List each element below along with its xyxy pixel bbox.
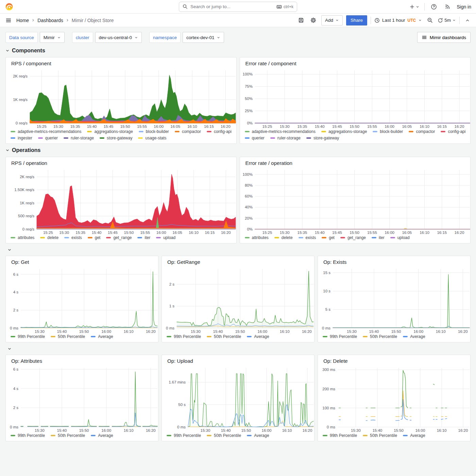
dashboard-settings-button[interactable] bbox=[309, 16, 318, 25]
panel-title-error-rate-component[interactable]: Error rate / component bbox=[240, 57, 471, 67]
panel-chart[interactable]: 2K req/s1.50K req/s1K req/s500 req/s0 re… bbox=[6, 167, 236, 234]
panel-chart[interactable]: 6 s4 s2 s0 ms15:3015:4015:5016:0016:1016… bbox=[6, 364, 158, 432]
refresh-picker[interactable]: 5m bbox=[438, 18, 456, 23]
panel-chart[interactable]: 15 s10 s5 s0 ms15:3015:4015:5016:0016:10… bbox=[318, 266, 470, 333]
legend-item[interactable]: usage-stats bbox=[138, 136, 166, 140]
legend-item[interactable]: aggregations-storage bbox=[87, 129, 133, 134]
legend-item[interactable]: compactor bbox=[175, 129, 201, 134]
legend-item[interactable]: ruler-storage bbox=[270, 136, 301, 140]
panel-title-op-exists[interactable]: Op: Exists bbox=[318, 256, 470, 266]
panel-title-error-rate-operation[interactable]: Error rate / operation bbox=[240, 157, 471, 167]
legend-item[interactable]: adaptive-metrics-recommendations bbox=[11, 129, 81, 134]
legend-item[interactable]: Average bbox=[403, 334, 425, 339]
legend-item[interactable]: delete bbox=[274, 235, 293, 240]
legend-item[interactable]: 50th Percentile bbox=[51, 334, 85, 339]
panel-chart[interactable]: 2 s1 s0 ms15:3015:4015:5016:0016:1016:20 bbox=[162, 266, 314, 333]
share-button[interactable]: Share bbox=[346, 15, 367, 26]
legend-item[interactable]: config-api bbox=[441, 129, 465, 134]
legend-item[interactable]: 99th Percentile bbox=[11, 433, 45, 438]
legend-item[interactable]: 99th Percentile bbox=[167, 433, 201, 438]
news-button[interactable] bbox=[443, 2, 452, 11]
legend-item[interactable]: get bbox=[322, 235, 335, 240]
panel-title-rps-operation[interactable]: RPS / operation bbox=[6, 157, 236, 167]
legend-item[interactable]: attributes bbox=[245, 235, 269, 240]
panel-chart[interactable]: 1.67 mins50 s0 ms15:3015:4015:5016:0016:… bbox=[162, 364, 314, 432]
legend-item[interactable]: Average bbox=[247, 433, 269, 438]
panel-chart[interactable]: 300 ms200 ms100 ms0 ms15:3015:4015:5016:… bbox=[318, 364, 470, 432]
search-input[interactable]: Search or jump to... ctrl+k bbox=[179, 2, 297, 12]
legend-item[interactable]: config-api bbox=[207, 129, 232, 134]
panel-chart[interactable]: 2K req/s1K req/s0 req/s15:2515:3015:3515… bbox=[6, 67, 236, 128]
legend-item[interactable]: 99th Percentile bbox=[167, 334, 201, 339]
legend-item[interactable]: store-gateway bbox=[100, 136, 132, 140]
help-button[interactable] bbox=[429, 2, 438, 11]
sign-in-link[interactable]: Sign in bbox=[457, 4, 471, 10]
legend-item[interactable]: Average bbox=[91, 433, 113, 438]
legend-item[interactable]: querier bbox=[245, 136, 265, 140]
legend-item[interactable]: 50th Percentile bbox=[363, 433, 397, 438]
legend-item[interactable]: upload bbox=[156, 235, 175, 240]
panel-chart[interactable]: 100%80%60%40%20%0%15:2515:3015:3515:4015… bbox=[240, 167, 471, 234]
variable-cluster-label[interactable]: cluster bbox=[72, 32, 93, 43]
variable-datasource-value[interactable]: Mimir bbox=[40, 32, 65, 43]
legend-item[interactable]: 50th Percentile bbox=[207, 433, 241, 438]
legend-item[interactable]: ingester bbox=[11, 136, 32, 140]
panel-title-rps-component[interactable]: RPS / component bbox=[6, 57, 236, 67]
legend-item[interactable]: get_range bbox=[106, 235, 132, 240]
legend-item[interactable]: attributes bbox=[11, 235, 34, 240]
legend-item[interactable]: adaptive-metrics-recommendations bbox=[245, 129, 316, 134]
legend-item[interactable]: 99th Percentile bbox=[11, 334, 45, 339]
zoom-out-button[interactable] bbox=[425, 16, 434, 25]
legend-item[interactable]: iter bbox=[137, 235, 150, 240]
legend-item[interactable]: block-builder bbox=[139, 129, 169, 134]
variable-datasource-label[interactable]: Data source bbox=[5, 32, 38, 43]
panel-title-op-attributes[interactable]: Op: Attributes bbox=[6, 355, 158, 364]
legend-item[interactable]: get bbox=[88, 235, 101, 240]
variable-cluster-value[interactable]: dev-us-central-0 bbox=[95, 32, 142, 43]
section-components[interactable]: Components bbox=[5, 48, 471, 54]
legend-item[interactable]: exists bbox=[299, 235, 316, 240]
breadcrumb-home[interactable]: Home bbox=[16, 18, 29, 23]
panel-title-op-upload[interactable]: Op: Upload bbox=[162, 355, 314, 364]
row-toggle-2[interactable] bbox=[5, 346, 471, 352]
panel-chart[interactable]: 6 s4 s2 s0 ms15:3015:4015:5016:0016:1016… bbox=[6, 266, 158, 333]
variable-namespace-value[interactable]: cortex-dev-01 bbox=[183, 32, 224, 43]
legend-item[interactable]: compactor bbox=[409, 129, 435, 134]
legend-item[interactable]: store-gateway bbox=[306, 136, 339, 140]
mega-menu-toggle[interactable] bbox=[4, 16, 13, 25]
legend-item[interactable]: ruler-storage bbox=[64, 136, 94, 140]
svg-text:4 s: 4 s bbox=[13, 290, 19, 294]
legend-item[interactable]: exists bbox=[64, 235, 82, 240]
legend-item[interactable]: 50th Percentile bbox=[51, 433, 85, 438]
save-dashboard-button[interactable] bbox=[297, 16, 306, 25]
legend-item[interactable]: 99th Percentile bbox=[323, 433, 357, 438]
panel-title-op-getrange[interactable]: Op: GetRange bbox=[162, 256, 314, 266]
collapse-toolbar-button[interactable] bbox=[463, 16, 472, 25]
legend-item[interactable]: block-builder bbox=[373, 129, 403, 134]
panel-title-op-get[interactable]: Op: Get bbox=[6, 256, 158, 266]
new-menu-button[interactable] bbox=[409, 4, 420, 10]
breadcrumb-dashboards[interactable]: Dashboards bbox=[37, 18, 63, 23]
time-range-picker[interactable]: Last 1 hour UTC bbox=[374, 18, 422, 23]
legend-item[interactable]: 99th Percentile bbox=[323, 334, 357, 339]
legend-item[interactable]: Average bbox=[403, 433, 425, 438]
section-operations[interactable]: Operations bbox=[5, 147, 471, 153]
row-toggle-1[interactable] bbox=[5, 247, 471, 253]
legend-item[interactable]: Average bbox=[247, 334, 269, 339]
legend-item[interactable]: get_range bbox=[340, 235, 366, 240]
panel-chart[interactable]: 100%75%50%25%0%15:2515:3015:3515:4015:45… bbox=[240, 67, 471, 128]
mimir-dashboards-button[interactable]: Mimir dashboards bbox=[417, 32, 471, 43]
legend-item[interactable]: querier bbox=[38, 136, 58, 140]
legend-item[interactable]: upload bbox=[390, 235, 410, 240]
svg-text:2 s: 2 s bbox=[13, 308, 19, 312]
legend-item[interactable]: Average bbox=[91, 334, 113, 339]
legend-item[interactable]: aggregations-storage bbox=[321, 129, 367, 134]
grafana-logo[interactable] bbox=[5, 2, 14, 11]
variable-namespace-label[interactable]: namespace bbox=[149, 32, 181, 43]
legend-item[interactable]: 50th Percentile bbox=[207, 334, 241, 339]
legend-item[interactable]: 50th Percentile bbox=[363, 334, 397, 339]
add-panel-button[interactable]: Add bbox=[321, 15, 343, 26]
panel-title-op-delete[interactable]: Op: Delete bbox=[318, 355, 470, 364]
legend-item[interactable]: delete bbox=[40, 235, 58, 240]
legend-item[interactable]: iter bbox=[372, 235, 385, 240]
